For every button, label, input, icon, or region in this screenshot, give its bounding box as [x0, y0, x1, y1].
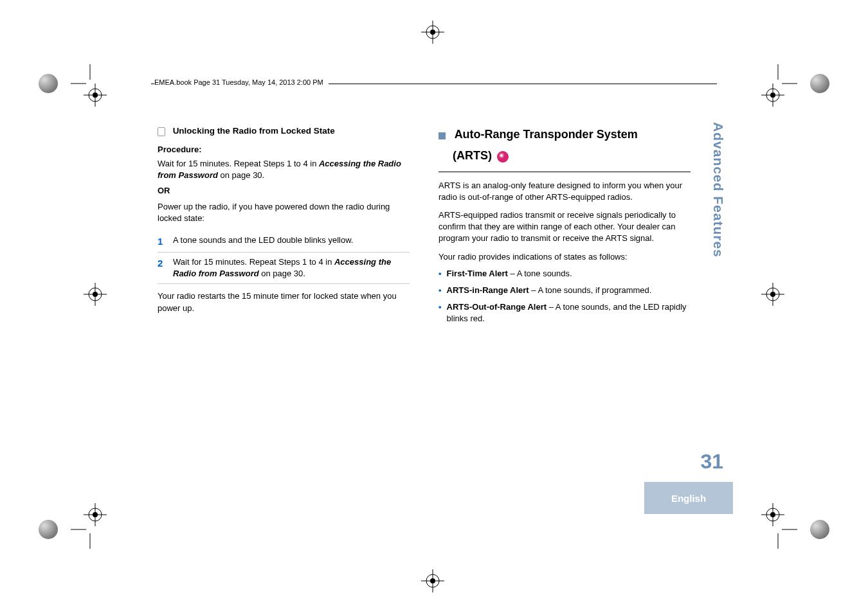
step-text: Wait for 15 minutes. Repeat Steps 1 to 4…: [173, 256, 410, 280]
printer-ball-icon: [39, 74, 58, 93]
bullet-item: • ARTS-Out-of-Range Alert – A tone sound…: [439, 301, 691, 324]
bullet-text: ARTS-Out-of-Range Alert – A tone sounds,…: [447, 301, 691, 324]
closing-text: Your radio restarts the 15 minute timer …: [158, 290, 410, 314]
sidebar-tab: Advanced Features: [710, 122, 730, 258]
printer-ball-icon: [810, 74, 829, 93]
crop-mark-icon: [763, 64, 797, 99]
printer-ball-icon: [39, 520, 58, 539]
step-text-part: Wait for 15 minutes. Repeat Steps 1 to 4…: [173, 257, 334, 267]
right-heading-2: (ARTS): [453, 149, 492, 162]
bullet-dot-icon: •: [439, 285, 442, 296]
intro-text-1c: on page 30.: [218, 170, 264, 180]
right-heading-1: Auto-Range Transponder System: [455, 128, 638, 141]
intro-text-1a: Wait for 15 minutes. Repeat Steps 1 to 4…: [158, 159, 319, 168]
intro-text-2: Power up the radio, if you have powered …: [158, 201, 410, 224]
registration-mark-icon: [421, 21, 444, 44]
paragraph: Your radio provides indications of state…: [439, 251, 691, 263]
bullet-item: • First-Time Alert – A tone sounds.: [439, 268, 691, 280]
crop-mark-icon: [763, 514, 797, 549]
language-label: English: [671, 493, 706, 504]
bullet-term: ARTS-Out-of-Range Alert: [447, 302, 547, 312]
step-text-part: on page 30.: [259, 269, 305, 278]
sidebar-label: Advanced Features: [710, 122, 726, 258]
step-text: A tone sounds and the LED double blinks …: [173, 235, 410, 248]
registration-mark-icon: [84, 283, 107, 306]
document-icon: [158, 127, 165, 136]
header-text: EMEA.book Page 31 Tuesday, May 14, 2013 …: [154, 78, 329, 86]
bullet-desc: – A tone sounds.: [508, 269, 572, 278]
right-column: Auto-Range Transponder System (ARTS) ART…: [439, 125, 691, 330]
bullet-dot-icon: •: [439, 301, 442, 324]
section-divider: [439, 172, 691, 172]
bullet-text: First-Time Alert – A tone sounds.: [447, 268, 572, 280]
step-list: 1 A tone sounds and the LED double blink…: [158, 231, 410, 284]
bullet-desc: – A tone sounds, if programmed.: [529, 285, 652, 295]
paragraph: ARTS-equipped radios transmit or receive…: [439, 209, 691, 245]
step-number: 2: [158, 256, 173, 280]
registration-mark-icon: [761, 283, 784, 306]
or-label: OR: [158, 185, 410, 197]
bullet-text: ARTS-in-Range Alert – A tone sounds, if …: [447, 285, 652, 296]
page-content: EMEA.book Page 31 Tuesday, May 14, 2013 …: [129, 64, 727, 514]
crop-mark-icon: [71, 514, 105, 549]
bullet-term: ARTS-in-Range Alert: [447, 285, 529, 295]
arts-icon: [497, 151, 509, 163]
page-number: 31: [700, 450, 723, 474]
step-item: 2 Wait for 15 minutes. Repeat Steps 1 to…: [158, 253, 410, 284]
language-box: English: [644, 482, 733, 514]
bullet-list: • First-Time Alert – A tone sounds. • AR…: [439, 268, 691, 325]
step-item: 1 A tone sounds and the LED double blink…: [158, 231, 410, 253]
bullet-dot-icon: •: [439, 268, 442, 280]
step-number: 1: [158, 235, 173, 248]
left-column: Unlocking the Radio from Locked State Pr…: [158, 125, 410, 330]
bullet-term: First-Time Alert: [447, 269, 508, 278]
square-bullet-icon: [439, 132, 446, 139]
bullet-item: • ARTS-in-Range Alert – A tone sounds, i…: [439, 285, 691, 296]
paragraph: ARTS is an analog-only feature designed …: [439, 180, 691, 203]
intro-text: Wait for 15 minutes. Repeat Steps 1 to 4…: [158, 158, 410, 181]
section-title: Unlocking the Radio from Locked State: [173, 126, 335, 136]
crop-mark-icon: [71, 64, 105, 99]
procedure-label: Procedure:: [158, 144, 410, 155]
registration-mark-icon: [421, 569, 444, 592]
printer-ball-icon: [810, 520, 829, 539]
